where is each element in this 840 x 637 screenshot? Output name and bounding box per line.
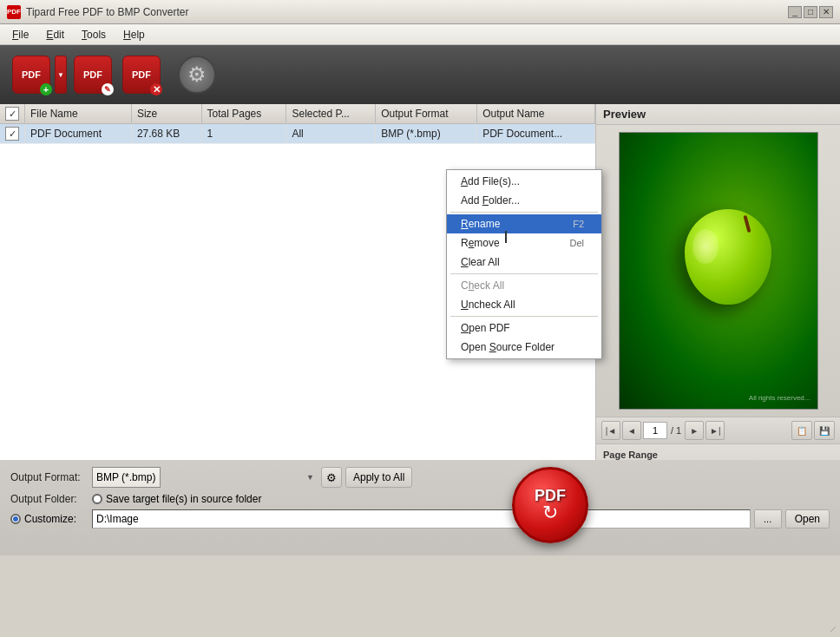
check-all-checkbox[interactable] (5, 107, 19, 121)
ctx-check-all: Check All (447, 276, 601, 295)
row-total-pages: 1 (201, 124, 286, 144)
row-selected-pages: All (286, 124, 376, 144)
customize-radio[interactable] (10, 514, 21, 524)
ctx-open-pdf[interactable]: Open PDF (447, 318, 601, 338)
row-output-format: BMP (*.bmp) (376, 124, 477, 144)
row-checkbox[interactable] (5, 127, 19, 141)
apple-scene: All rights reserved... (620, 133, 817, 409)
page-range-title: Page Range (603, 450, 833, 460)
remove-badge: ✕ (150, 83, 162, 95)
open-folder-button[interactable]: Open (785, 509, 830, 529)
menu-help[interactable]: Help (115, 27, 154, 43)
row-filename: PDF Document (25, 124, 132, 144)
settings-button[interactable]: ⚙ (174, 52, 220, 97)
resize-handle[interactable]: ⟋ (828, 623, 838, 635)
apply-to-all-button[interactable]: Apply to All (345, 467, 412, 488)
convert-arrow-icon: ↻ (542, 503, 558, 522)
row-output-name: PDF Document... (477, 124, 595, 144)
menu-tools[interactable]: Tools (73, 27, 115, 43)
add-badge: + (40, 83, 52, 95)
edit-pdf-button[interactable]: PDF ✎ (70, 52, 115, 97)
title-bar: PDF Tipard Free PDF to BMP Converter _ □… (0, 0, 840, 24)
prev-page-button[interactable]: ◄ (622, 421, 641, 440)
maximize-button[interactable]: □ (804, 6, 817, 18)
ctx-sep-3 (450, 316, 598, 317)
apple-highlight (692, 229, 719, 264)
total-pages-header: Total Pages (201, 104, 286, 124)
next-page-button[interactable]: ► (685, 421, 704, 440)
ctx-open-source-folder[interactable]: Open Source Folder (447, 338, 601, 357)
ctx-uncheck-all[interactable]: Uncheck All (447, 295, 601, 314)
watermark: All rights reserved... (749, 394, 810, 402)
table-row[interactable]: PDF Document 27.68 KB 1 All BMP (*.bmp) … (0, 124, 595, 144)
customize-label-wrap: Customize: (10, 513, 89, 525)
gear-icon: ⚙ (178, 56, 216, 94)
preview-image: All rights reserved... (619, 132, 818, 410)
row-size: 27.68 KB (131, 124, 201, 144)
preview-header: Preview (596, 104, 840, 125)
menu-file[interactable]: File (3, 27, 37, 43)
ctx-rename[interactable]: Rename F2 (447, 214, 601, 233)
ctx-clear-all[interactable]: Clear All (447, 253, 601, 272)
output-format-label: Output Format: (10, 471, 89, 483)
remove-pdf-icon: PDF ✕ (122, 56, 161, 94)
toolbar: PDF + PDF ✎ PDF ✕ ⚙ (0, 45, 840, 104)
close-button[interactable]: ✕ (819, 6, 833, 18)
cursor-indicator (505, 231, 512, 243)
bottom-panel: Output Format: BMP (*.bmp) ⚙ Apply to Al… (0, 460, 840, 555)
ctx-add-files[interactable]: Add File(s)... (447, 172, 601, 191)
edit-badge: ✎ (102, 83, 114, 95)
main-area: File Name Size Total Pages Selected P...… (0, 104, 840, 460)
folder-path-input[interactable] (92, 509, 751, 529)
convert-btn-inner: PDF ↻ (512, 467, 588, 543)
preview-controls: |◄ ◄ / 1 ► ►| 📋 💾 (596, 417, 840, 443)
add-pdf-group: PDF + (9, 52, 67, 97)
convert-button[interactable]: PDF ↻ (512, 467, 588, 543)
save-in-source-option[interactable]: Save target file(s) in source folder (92, 493, 261, 505)
customize-row: Customize: ... Open (10, 509, 830, 529)
ctx-remove[interactable]: Remove Del (447, 233, 601, 253)
preview-panel: Preview All rights reserved... |◄ ◄ / 1 … (595, 104, 840, 460)
format-select[interactable]: BMP (*.bmp) (92, 467, 161, 488)
row-check-cell (0, 124, 25, 144)
output-format-row: Output Format: BMP (*.bmp) ⚙ Apply to Al… (10, 467, 830, 488)
copy-page-button[interactable]: 📋 (791, 421, 812, 440)
page-range-section: Page Range All Range Pages: e.g.(1,3,6,8… (596, 443, 840, 460)
menu-edit[interactable]: Edit (37, 27, 73, 43)
output-folder-label: Output Folder: (10, 493, 89, 505)
window-controls: _ □ ✕ (788, 6, 833, 18)
browse-button[interactable]: ... (754, 509, 782, 529)
format-settings-button[interactable]: ⚙ (321, 467, 342, 488)
ctx-add-folder[interactable]: Add Folder... (447, 191, 601, 210)
app-icon: PDF (7, 5, 21, 19)
output-name-header: Output Name (477, 104, 595, 124)
preview-image-area: All rights reserved... (596, 125, 840, 417)
ctx-sep-1 (450, 212, 598, 213)
context-menu: Add File(s)... Add Folder... Rename F2 R… (446, 169, 602, 359)
add-pdf-icon: PDF + (12, 56, 50, 94)
output-folder-row: Output Folder: Save target file(s) in so… (10, 493, 830, 505)
edit-pdf-icon: PDF ✎ (74, 56, 112, 94)
output-format-header: Output Format (376, 104, 477, 124)
remove-pdf-button[interactable]: PDF ✕ (119, 52, 164, 97)
save-in-source-label: Save target file(s) in source folder (106, 493, 261, 505)
format-select-wrapper: BMP (*.bmp) (92, 467, 318, 488)
last-page-button[interactable]: ►| (705, 421, 725, 440)
size-header: Size (131, 104, 201, 124)
save-page-button[interactable]: 💾 (814, 421, 835, 440)
add-pdf-dropdown[interactable] (55, 56, 67, 94)
title-text: Tipard Free PDF to BMP Converter (26, 6, 788, 18)
ctx-sep-2 (450, 273, 598, 274)
check-col-header (0, 104, 25, 124)
add-pdf-button[interactable]: PDF + (9, 52, 54, 97)
customize-label: Customize: (24, 513, 76, 525)
page-total: / 1 (671, 425, 681, 436)
page-number-input[interactable] (643, 422, 667, 439)
save-source-radio[interactable] (92, 494, 102, 504)
preview-title: Preview (603, 108, 646, 121)
filename-header: File Name (25, 104, 132, 124)
menu-bar: File Edit Tools Help (0, 24, 840, 45)
first-page-button[interactable]: |◄ (601, 421, 620, 440)
selected-pages-header: Selected P... (286, 104, 376, 124)
minimize-button[interactable]: _ (788, 6, 802, 18)
